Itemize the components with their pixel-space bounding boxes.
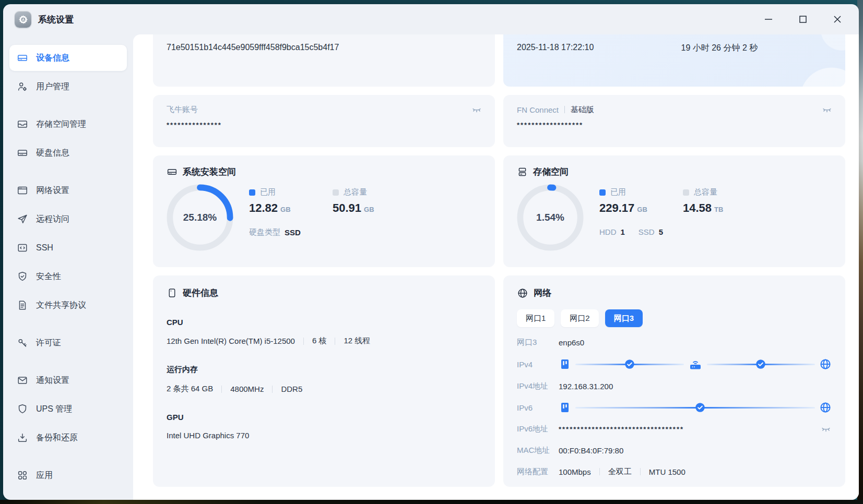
system-time-block: 系统时间 2025-11-18 17:22:10 — [517, 34, 681, 54]
tab-port-2[interactable]: 网口2 — [561, 309, 598, 327]
total-unit: GB — [364, 206, 374, 213]
hdd-count-label: HDD — [599, 227, 617, 236]
apps-icon — [17, 470, 28, 481]
system-time-value: 2025-11-18 17:22:10 — [517, 43, 681, 52]
sidebar-item-label: 许可证 — [36, 338, 61, 349]
cpu-values: 12th Gen Intel(R) Core(TM) i5-12500 6 核 … — [167, 336, 481, 346]
sidebar-item-label: 硬盘信息 — [36, 148, 69, 159]
sidebar-item-file-sharing[interactable]: 文件共享协议 — [9, 292, 127, 318]
port-name-label: 网口3 — [517, 338, 559, 347]
ipv6-address-label: IPv6地址 — [517, 424, 559, 434]
ipv4-label: IPv4 — [517, 360, 559, 369]
fn-account-masked-value: *************** — [167, 121, 482, 129]
memory-type: DDR5 — [281, 385, 302, 393]
total-value: 14.58 — [683, 201, 712, 214]
card-title: 硬件信息 — [183, 287, 218, 299]
check-circle-icon — [755, 359, 766, 370]
memory-section-label: 运行内存 — [167, 365, 481, 375]
uptime-value: 19 小时 26 分钟 2 秒 — [681, 43, 846, 54]
titlebar: 系统设置 — [3, 4, 859, 34]
gpu-model: Intel UHD Graphics 770 — [167, 431, 249, 440]
eye-closed-icon[interactable] — [821, 104, 833, 115]
minimize-button[interactable] — [763, 14, 774, 25]
duplex-mode: 全双工 — [608, 467, 632, 477]
ipv4-address-label: IPv4地址 — [517, 381, 559, 391]
device-info-page: 设备 ID 71e50151b14c445e9059fff458f9bca15c… — [133, 34, 859, 500]
sidebar-item-label: 安全性 — [36, 271, 61, 282]
used-value: 229.17 — [599, 201, 634, 214]
fn-connect-plan-badge: 基础版 — [571, 105, 594, 115]
tab-port-1[interactable]: 网口1 — [517, 309, 554, 327]
device-id-value: 71e50151b14c445e9059fff458f9bca15c5b4f17 — [167, 43, 481, 52]
storage-space-donut: 1.54% — [517, 184, 584, 251]
sidebar-item-remote-access[interactable]: 远程访问 — [9, 206, 127, 232]
disk-info-icon — [17, 147, 28, 159]
sidebar-item-apps[interactable]: 应用 — [9, 462, 127, 488]
remote-access-icon — [17, 213, 28, 225]
sidebar-item-label: 设备信息 — [36, 53, 69, 64]
device-id-label: 设备 ID — [167, 34, 481, 36]
eye-closed-icon[interactable] — [471, 104, 482, 115]
used-unit: GB — [637, 206, 647, 213]
used-legend-swatch — [599, 189, 606, 196]
sidebar-item-label: 备份和还原 — [36, 433, 78, 443]
ipv6-label: IPv6 — [517, 403, 559, 412]
disk-type-label: 硬盘类型 — [249, 227, 280, 237]
sidebar-item-security[interactable]: 安全性 — [9, 263, 127, 290]
memory-speed: 4800MHz — [230, 385, 264, 393]
total-unit: TB — [714, 206, 723, 213]
fn-connect-masked-value: ****************** — [517, 121, 833, 129]
check-circle-icon — [624, 359, 635, 370]
nas-icon — [559, 358, 571, 370]
network-config-values: 100Mbps 全双工 MTU 1500 — [559, 467, 685, 477]
sidebar-item-storage-management[interactable]: 存储空间管理 — [9, 111, 127, 137]
sidebar-item-label: UPS 管理 — [36, 404, 72, 415]
fn-account-label: 飞牛账号 — [167, 105, 198, 115]
storage-space-icon — [517, 166, 528, 177]
hdd-count-value: 1 — [621, 227, 625, 236]
sidebar-item-label: 存储空间管理 — [36, 119, 86, 130]
main-panel: 设备 ID 71e50151b14c445e9059fff458f9bca15c… — [133, 34, 859, 500]
close-button[interactable] — [832, 14, 843, 25]
mac-address-value: 00:F0:B4:0F:79:80 — [559, 446, 623, 455]
sidebar-item-notification-settings[interactable]: 通知设置 — [9, 367, 127, 393]
window-title: 系统设置 — [38, 14, 74, 26]
system-settings-window: 系统设置 设备信息 用户管理 — [3, 4, 859, 500]
cpu-threads: 12 线程 — [344, 336, 370, 346]
sidebar-item-network-settings[interactable]: 网络设置 — [9, 177, 127, 203]
nas-icon — [559, 401, 571, 414]
sidebar-item-disk-info[interactable]: 硬盘信息 — [9, 140, 127, 166]
hardware-info-icon — [167, 287, 178, 298]
check-circle-icon — [694, 402, 705, 413]
network-globe-icon — [517, 287, 528, 299]
sidebar-item-device-info[interactable]: 设备信息 — [9, 45, 127, 71]
network-card: 网络 网口1 网口2 网口3 网口3 enp6s0 IPv4 — [503, 275, 845, 487]
ups-icon — [17, 403, 28, 415]
sidebar-item-label: 通知设置 — [36, 375, 69, 386]
card-title: 网络 — [534, 287, 551, 299]
sidebar-item-user-management[interactable]: 用户管理 — [9, 74, 127, 100]
sidebar-item-backup-restore[interactable]: 备份和还原 — [9, 425, 127, 451]
system-space-donut: 25.18% — [167, 184, 233, 251]
ssd-count-label: SSD — [639, 227, 655, 236]
cpu-cores: 6 核 — [312, 336, 327, 346]
card-title: 系统安装空间 — [183, 166, 236, 178]
eye-closed-icon[interactable] — [820, 423, 832, 435]
system-install-space-card: 系统安装空间 25.18% — [153, 155, 495, 267]
maximize-button[interactable] — [797, 14, 809, 25]
card-title: 存储空间 — [533, 166, 569, 178]
internet-globe-icon — [819, 358, 832, 370]
sidebar-item-label: SSH — [36, 243, 53, 253]
gpu-values: Intel UHD Graphics 770 — [167, 431, 481, 440]
sidebar-item-ups-management[interactable]: UPS 管理 — [9, 396, 127, 422]
hardware-info-card: 硬件信息 CPU 12th Gen Intel(R) Core(TM) i5-1… — [153, 275, 495, 487]
sidebar-item-ssh[interactable]: SSH — [9, 235, 127, 261]
tab-port-3[interactable]: 网口3 — [605, 309, 643, 327]
file-sharing-icon — [17, 299, 28, 311]
router-icon — [688, 357, 703, 371]
network-config-label: 网络配置 — [517, 467, 559, 477]
sidebar-item-license[interactable]: 许可证 — [9, 330, 127, 356]
system-space-percent: 25.18% — [167, 184, 233, 251]
total-legend-swatch — [683, 189, 689, 196]
network-settings-icon — [17, 185, 28, 196]
